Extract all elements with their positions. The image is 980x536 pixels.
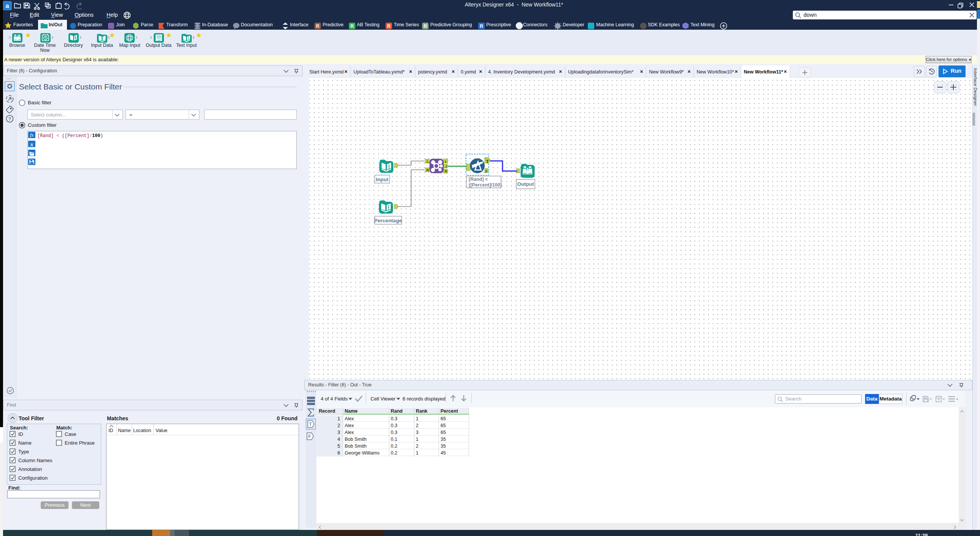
svg-text:Percentage: Percentage [374, 218, 402, 223]
svg-text:Input: Input [376, 177, 388, 182]
svg-text:x: x [30, 141, 33, 147]
svg-text:?: ? [8, 116, 11, 122]
svg-text:F: F [308, 434, 311, 439]
svg-text:R: R [426, 168, 429, 172]
svg-text:R: R [387, 24, 391, 29]
svg-text:F: F [485, 169, 488, 173]
svg-text:([Percent]/100): ([Percent]/100) [469, 182, 502, 188]
svg-text:R: R [480, 24, 483, 29]
svg-text:L: L [426, 160, 428, 163]
svg-text:J: J [445, 164, 447, 168]
svg-text:R: R [445, 169, 447, 173]
svg-text:R: R [350, 24, 354, 29]
svg-text:Output: Output [517, 181, 534, 187]
svg-text:R: R [316, 24, 320, 29]
svg-text:fx: fx [30, 132, 34, 138]
svg-text:L: L [445, 160, 447, 163]
svg-text:a: a [5, 2, 9, 10]
svg-text:T: T [309, 422, 312, 427]
svg-text:R: R [424, 24, 427, 29]
svg-text:T: T [486, 159, 489, 164]
svg-text:[Rand] <: [Rand] < [469, 177, 488, 182]
